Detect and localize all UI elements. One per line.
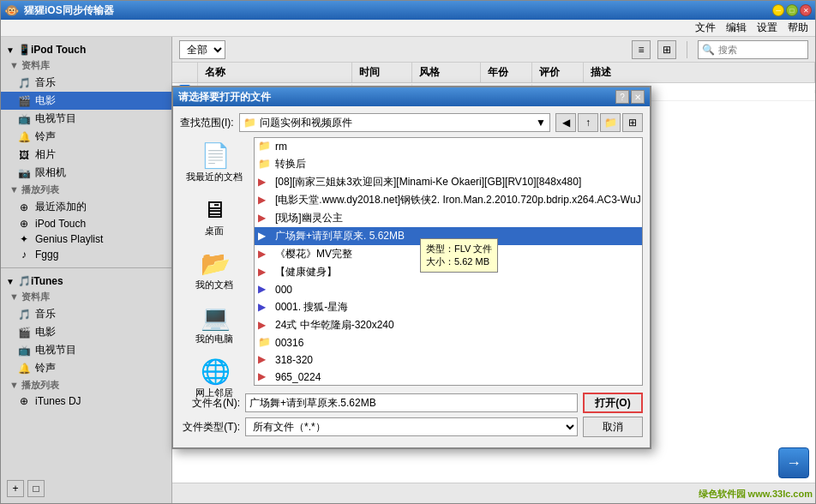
file-item-ironman[interactable]: ▶ [电影天堂.www.dy2018.net]钢铁侠2. Iron.Man.2.… [255, 191, 642, 209]
sidebar-item-photos[interactable]: 🖼 相片 [1, 146, 171, 164]
app-title: 猩猩iOS同步传输器 [24, 3, 114, 18]
title-bar: 🐵 猩猩iOS同步传输器 ─ □ ✕ [1, 1, 815, 20]
folder-icon-converted: 📁 [258, 158, 272, 171]
menu-edit[interactable]: 编辑 [726, 21, 747, 35]
ipod-header[interactable]: ▼ 📱 iPod Touch [1, 42, 171, 57]
sidebar-item-ipod-playlist[interactable]: ⊕ iPod Touch [1, 216, 171, 231]
itunes-music[interactable]: 🎵 音乐 [1, 305, 171, 323]
place-computer[interactable]: 💻 我的电脑 [180, 299, 249, 350]
itunes-music-label: 音乐 [35, 307, 56, 321]
ipod-icon: 📱 [18, 44, 31, 56]
file-item-minami[interactable]: ▶ [08][南家三姐妹3欢迎回来][Minami-Ke Okaeri][GB]… [255, 173, 642, 191]
sidebar-item-fggg[interactable]: ♪ Fggg [1, 247, 171, 262]
file-item-princess[interactable]: ▶ [现场]幽灵公主 [255, 209, 642, 227]
tooltip-box: 类型：FLV 文件 大小：5.62 MB [420, 238, 498, 273]
ipod-playlist-label: iPod Touch [35, 218, 86, 230]
itunes-music-icon: 🎵 [18, 309, 30, 321]
file-name-sakura: 《樱花》MV完整 [275, 247, 352, 261]
view-toggle-button[interactable]: ⊞ [622, 113, 643, 132]
sidebar-item-camera[interactable]: 📷 限相机 [1, 164, 171, 182]
itunes-tvshows[interactable]: 📺 电视节目 [1, 341, 171, 359]
place-recent-label: 我最近的文档 [186, 171, 243, 183]
cancel-button[interactable]: 取消 [583, 417, 643, 437]
folder-button[interactable]: □ [27, 480, 45, 497]
place-recent[interactable]: 📄 我最近的文档 [180, 137, 249, 188]
back-button[interactable]: ◀ [555, 113, 576, 132]
col-year: 年份 [481, 63, 532, 82]
file-item-0001[interactable]: ▶ 0001. 搜狐-星海 [255, 298, 642, 316]
ipod-label: iPod Touch [31, 44, 86, 56]
video-icon-minami: ▶ [258, 176, 272, 189]
minimize-button[interactable]: ─ [772, 4, 784, 16]
genius-icon: ✦ [18, 233, 30, 245]
itunes-movies[interactable]: 🎬 电影 [1, 323, 171, 341]
menu-settings[interactable]: 设置 [757, 21, 777, 35]
file-name-dance: 广场舞+请到草原来. 5.62MB [275, 229, 405, 243]
filename-input[interactable] [245, 393, 578, 412]
up-button[interactable]: ↑ [578, 113, 598, 132]
itunes-movie-icon: 🎬 [18, 327, 30, 339]
maximize-button[interactable]: □ [786, 4, 798, 16]
sidebar-item-music[interactable]: 🎵 音乐 [1, 74, 171, 92]
col-style: 风格 [412, 63, 481, 82]
ipod-library-arrow: ▼ [9, 60, 21, 70]
toolbar-separator [687, 41, 687, 58]
add-button[interactable]: + [7, 480, 24, 497]
place-documents[interactable]: 📂 我的文档 [180, 245, 249, 296]
sidebar-divider [1, 267, 171, 268]
menu-file[interactable]: 文件 [695, 21, 716, 35]
close-button[interactable]: ✕ [800, 4, 812, 16]
recent-label: 最近添加的 [35, 200, 87, 214]
file-item-318[interactable]: ▶ 318-320 [255, 351, 642, 369]
table-header: 名称 时间 风格 年份 评价 描述 [172, 63, 815, 83]
col-time: 时间 [352, 63, 412, 82]
file-item-00316[interactable]: 📁 00316 [255, 334, 642, 351]
grid-view-button[interactable]: ⊞ [657, 40, 676, 59]
dialog-body: 查找范围(I): 📁 问题实例和视频原件 ▼ ◀ ↑ 📁 ⊞ 📄 我最近的文档 [173, 106, 650, 447]
sidebar: ▼ 📱 iPod Touch ▼ 资料库 🎵 音乐 🎬 电影 📺 [1, 37, 172, 503]
dialog-help-button[interactable]: ? [615, 90, 629, 104]
sidebar-item-recent[interactable]: ⊕ 最近添加的 [1, 198, 171, 216]
dialog-main: 📄 我最近的文档 🖥 桌面 📂 我的文档 💻 我的电脑 🌐 网上邻 [180, 137, 643, 386]
photo-icon: 🖼 [18, 149, 30, 161]
place-desktop[interactable]: 🖥 桌面 [180, 191, 249, 242]
file-item-converted[interactable]: 📁 转换后 [255, 155, 642, 173]
video-icon-318: ▶ [258, 353, 272, 367]
look-in-value: 问题实例和视频原件 [260, 116, 352, 130]
open-button[interactable]: 打开(O) [583, 393, 643, 413]
file-dialog: 请选择要打开的文件 ? ✕ 查找范围(I): 📁 问题实例和视频原件 ▼ ◀ ↑… [171, 86, 651, 449]
file-item-rm[interactable]: 📁 rm [255, 138, 642, 155]
watermark: 绿色软件园 www.33lc.com [699, 488, 813, 501]
video-icon-965: ▶ [258, 370, 272, 384]
transfer-right-button[interactable]: → [778, 447, 809, 478]
col-checkbox [172, 63, 198, 82]
new-folder-button[interactable]: 📁 [600, 113, 621, 132]
itunes-dj-icon: ⊕ [18, 395, 30, 407]
search-input[interactable] [718, 45, 804, 55]
sidebar-item-genius[interactable]: ✦ Genius Playlist [1, 231, 171, 247]
file-item-24style[interactable]: ▶ 24式 中华乾隆扇-320x240 [255, 316, 642, 334]
computer-icon: 💻 [201, 303, 228, 331]
look-in-combo[interactable]: 📁 问题实例和视频原件 ▼ [239, 113, 550, 132]
itunes-ringtones[interactable]: 🔔 铃声 [1, 359, 171, 377]
col-name: 名称 [198, 63, 352, 82]
file-item-000[interactable]: ▶ 000 [255, 281, 642, 298]
dialog-close-button[interactable]: ✕ [631, 90, 645, 104]
video-icon-dance: ▶ [258, 230, 272, 243]
menu-help[interactable]: 帮助 [788, 21, 808, 35]
filetype-dropdown[interactable]: 所有文件（*.*） [245, 417, 578, 436]
itunes-header[interactable]: ▼ 🎵 iTunes [1, 273, 171, 289]
sidebar-item-ringtones[interactable]: 🔔 铃声 [1, 128, 171, 146]
video-icon-sakura: ▶ [258, 248, 272, 261]
filter-dropdown[interactable]: 全部 [179, 40, 225, 59]
sidebar-item-tvshows[interactable]: 📺 电视节目 [1, 110, 171, 128]
itunes-tv-icon: 📺 [18, 345, 30, 357]
itunes-dj[interactable]: ⊕ iTunes DJ [1, 393, 171, 409]
file-item-965[interactable]: ▶ 965_0224 [255, 369, 642, 386]
list-view-button[interactable]: ≡ [632, 40, 651, 59]
filename-row: 文件名(N): 打开(O) [180, 393, 643, 413]
tooltip-size: 大小：5.62 MB [426, 255, 492, 268]
sidebar-item-movies[interactable]: 🎬 电影 [1, 92, 171, 110]
filetype-label: 文件类型(T): [180, 420, 240, 435]
file-name-24style: 24式 中华乾隆扇-320x240 [275, 318, 394, 333]
